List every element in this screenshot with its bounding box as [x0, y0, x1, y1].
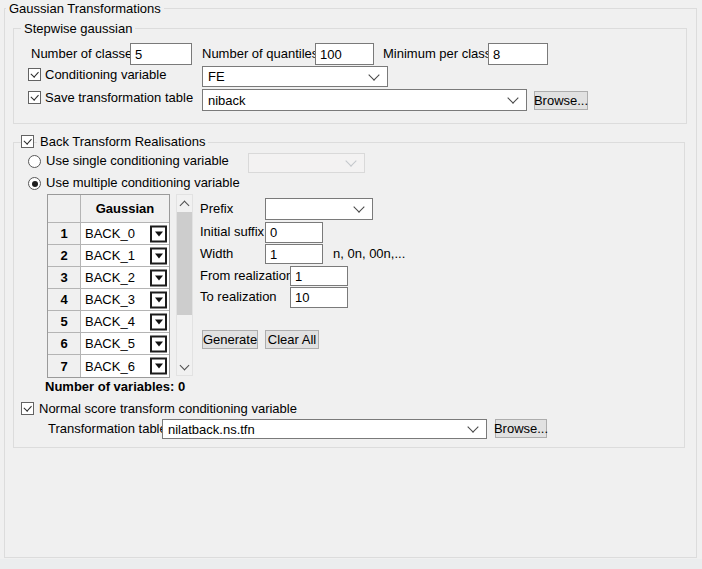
gaussian-cell-value: BACK_4 [85, 314, 135, 329]
gaussian-cell-value: BACK_0 [85, 226, 135, 241]
gaussian-cell-value: BACK_2 [85, 270, 135, 285]
cell-dropdown-button[interactable] [150, 269, 167, 286]
initial-suffix-label: Initial suffix [200, 224, 264, 240]
to-realization-label: To realization [200, 289, 277, 305]
width-hint-label: n, 0n, 00n,... [333, 246, 405, 262]
from-realization-input[interactable]: 1 [290, 266, 348, 286]
table-row: 7 BACK_6 [48, 355, 169, 377]
gaussian-cell[interactable]: BACK_1 [81, 245, 169, 267]
row-number: 4 [48, 289, 81, 311]
single-conditioning-combobox [248, 153, 365, 173]
transformation-table-combobox[interactable]: nilatback.ns.tfn [162, 419, 487, 439]
save-transformation-table-combobox[interactable]: niback [202, 89, 527, 111]
table-corner-cell [48, 195, 81, 223]
prefix-combobox[interactable] [265, 198, 373, 220]
gaussian-variables-table: Gaussian 1 BACK_0 2 BACK_1 3 BACK_2 4 [47, 194, 170, 378]
browse-save-table-button[interactable]: Browse... [534, 91, 588, 110]
minimum-per-class-label: Minimum per class [383, 46, 491, 62]
width-label: Width [200, 246, 233, 262]
scroll-down-button[interactable] [177, 359, 192, 375]
clear-all-button[interactable]: Clear All [265, 330, 319, 349]
cell-dropdown-button[interactable] [150, 313, 167, 330]
use-multiple-conditioning-label: Use multiple conditioning variable [46, 175, 240, 191]
conditioning-variable-value: FE [208, 69, 225, 84]
table-row: 1 BACK_0 [48, 223, 169, 245]
number-of-classes-input[interactable]: 5 [130, 43, 192, 65]
width-input[interactable]: 1 [265, 244, 323, 264]
stepwise-gaussian-title: Stepwise gaussian [21, 21, 135, 36]
transformation-table-label: Transformation table [48, 421, 167, 437]
gaussian-cell[interactable]: BACK_3 [81, 289, 169, 311]
chevron-down-icon [467, 421, 478, 432]
triangle-down-icon [155, 319, 163, 324]
initial-suffix-input[interactable]: 0 [265, 222, 323, 243]
row-number: 1 [48, 223, 81, 245]
gaussian-cell[interactable]: BACK_0 [81, 223, 169, 245]
normal-score-label: Normal score transform conditioning vari… [39, 401, 297, 417]
gaussian-cell[interactable]: BACK_4 [81, 311, 169, 333]
save-transformation-table-value: niback [208, 93, 246, 108]
to-realization-input[interactable]: 10 [290, 287, 348, 308]
table-row: 5 BACK_4 [48, 311, 169, 333]
gaussian-cell[interactable]: BACK_6 [81, 355, 169, 377]
prefix-label: Prefix [200, 201, 233, 217]
conditioning-variable-checkbox[interactable] [28, 68, 41, 81]
normal-score-checkbox[interactable] [21, 402, 34, 415]
cell-dropdown-button[interactable] [150, 225, 167, 242]
conditioning-variable-label: Conditioning variable [45, 67, 166, 83]
browse-transformation-table-button[interactable]: Browse... [495, 419, 547, 438]
row-number: 3 [48, 267, 81, 289]
chevron-down-icon [345, 155, 356, 166]
gaussian-cell-value: BACK_6 [85, 359, 135, 374]
table-row: 6 BACK_5 [48, 333, 169, 355]
gaussian-transformations-panel: Gaussian Transformations Stepwise gaussi… [0, 0, 702, 569]
row-number: 5 [48, 311, 81, 333]
use-single-conditioning-label: Use single conditioning variable [46, 153, 229, 169]
panel-title: Gaussian Transformations [6, 1, 164, 16]
triangle-down-icon [155, 364, 163, 369]
use-single-conditioning-radio[interactable] [28, 155, 41, 168]
scroll-up-button[interactable] [177, 195, 192, 211]
chevron-down-icon [368, 69, 379, 80]
minimum-per-class-input[interactable]: 8 [488, 43, 548, 65]
save-transformation-table-checkbox[interactable] [28, 91, 41, 104]
gaussian-cell-value: BACK_5 [85, 336, 135, 351]
gaussian-column-header: Gaussian [81, 195, 169, 223]
gaussian-cell[interactable]: BACK_2 [81, 267, 169, 289]
triangle-down-icon [155, 231, 163, 236]
gaussian-cell-value: BACK_1 [85, 248, 135, 263]
transformation-table-value: nilatback.ns.tfn [168, 422, 255, 437]
triangle-down-icon [155, 297, 163, 302]
number-of-classes-label: Number of classes [31, 46, 139, 62]
table-row: 4 BACK_3 [48, 289, 169, 311]
number-of-quantiles-input[interactable]: 100 [315, 43, 374, 65]
triangle-down-icon [155, 275, 163, 280]
cell-dropdown-button[interactable] [150, 335, 167, 352]
triangle-down-icon [155, 253, 163, 258]
table-row: 3 BACK_2 [48, 267, 169, 289]
triangle-down-icon [155, 341, 163, 346]
back-transform-checkbox[interactable] [21, 135, 34, 148]
gaussian-cell[interactable]: BACK_5 [81, 333, 169, 355]
cell-dropdown-button[interactable] [150, 247, 167, 264]
window-bottom-edge [0, 559, 702, 569]
chevron-down-icon [353, 201, 364, 212]
chevron-up-icon [180, 200, 190, 210]
from-realization-label: From realization [200, 268, 293, 284]
generate-button[interactable]: Generate [202, 330, 258, 349]
row-number: 2 [48, 245, 81, 267]
use-multiple-conditioning-radio[interactable] [28, 177, 41, 190]
conditioning-variable-combobox[interactable]: FE [202, 66, 388, 87]
chevron-down-icon [507, 92, 518, 103]
number-of-quantiles-label: Number of quantiles [202, 46, 318, 62]
row-number: 7 [48, 355, 81, 377]
table-scrollbar[interactable] [176, 194, 193, 376]
table-row: 2 BACK_1 [48, 245, 169, 267]
chevron-down-icon [180, 360, 190, 370]
number-of-variables-label: Number of variables: 0 [45, 379, 185, 395]
gaussian-cell-value: BACK_3 [85, 292, 135, 307]
cell-dropdown-button[interactable] [150, 291, 167, 308]
back-transform-title: Back Transform Realisations [37, 134, 208, 149]
cell-dropdown-button[interactable] [150, 358, 167, 375]
scrollbar-thumb[interactable] [177, 212, 192, 315]
